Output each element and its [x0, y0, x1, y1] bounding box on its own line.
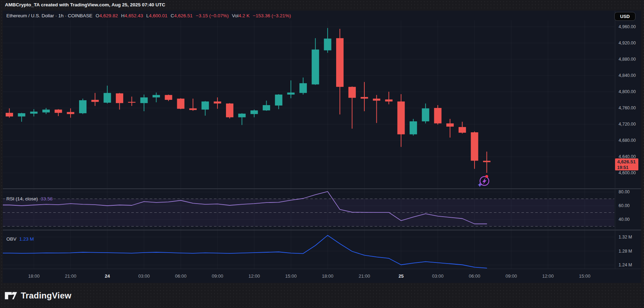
candle-body [202, 102, 209, 110]
pane-separators [3, 11, 641, 269]
candle-body [324, 38, 331, 50]
svg-text:24: 24 [105, 273, 110, 279]
candle-body [140, 97, 148, 103]
candle-body [312, 49, 319, 84]
watermark-title-text: AMBCrypto_TA created with TradingView.co… [5, 2, 165, 7]
candle-body [250, 110, 258, 114]
candle-body [177, 99, 184, 109]
svg-text:4,880.00: 4,880.00 [619, 57, 636, 62]
rsi-axis[interactable]: 80.0060.0040.00 [619, 189, 630, 222]
volume: Vol4.2 K [232, 13, 250, 18]
svg-text:4,920.00: 4,920.00 [619, 41, 636, 46]
symbol-info-bar: Ethereum / U.S. Dollar · 1h · COINBASE O… [6, 13, 291, 18]
candle-body [103, 93, 111, 103]
candlestick-series [6, 28, 490, 173]
svg-text:09:00: 09:00 [212, 273, 223, 279]
candle-body [238, 114, 246, 117]
candle-body [275, 95, 282, 105]
svg-text:03:00: 03:00 [138, 273, 150, 279]
svg-text:12:00: 12:00 [542, 273, 554, 279]
ohlc-open: O4,629.82 [96, 13, 118, 18]
grid-lines [3, 20, 614, 269]
candle-body [422, 108, 429, 121]
svg-text:4,960.00: 4,960.00 [619, 24, 636, 29]
candle-body [153, 95, 160, 97]
obv-pane-label: OBV1.23 M [6, 236, 34, 242]
candle-body [116, 93, 123, 103]
time-axis[interactable]: 18:0021:002403:0006:0009:0012:0015:0018:… [28, 273, 591, 279]
candle-body [410, 121, 417, 134]
svg-text:1.24 M: 1.24 M [619, 262, 632, 267]
obv-line [3, 235, 487, 268]
svg-text:4,680.00: 4,680.00 [619, 138, 636, 143]
svg-text:18:00: 18:00 [322, 273, 334, 279]
candle-body [42, 110, 50, 113]
svg-text:15:00: 15:00 [285, 273, 297, 279]
candle-body [446, 123, 454, 127]
candle-body [165, 95, 172, 100]
currency-toggle-button[interactable]: USD [614, 12, 636, 21]
rsi-band [3, 199, 614, 227]
candle-body [30, 111, 37, 114]
svg-text:19:51: 19:51 [617, 165, 628, 170]
svg-text:4,760.00: 4,760.00 [619, 105, 636, 110]
svg-text:4,600.00: 4,600.00 [619, 170, 636, 175]
symbol-title[interactable]: Ethereum / U.S. Dollar · 1h · COINBASE [6, 13, 93, 18]
svg-text:09:00: 09:00 [506, 273, 517, 279]
candle-body [336, 38, 344, 87]
tradingview-logo-icon [5, 291, 17, 301]
svg-text:06:00: 06:00 [175, 273, 187, 279]
chart-frame: 4,960.004,920.004,880.004,840.004,800.00… [3, 11, 641, 283]
svg-text:RSI (14, close)33.58: RSI (14, close)33.58 [6, 196, 53, 201]
svg-text:21:00: 21:00 [65, 273, 77, 279]
svg-text:1.28 M: 1.28 M [619, 249, 632, 254]
candle-body [67, 112, 74, 114]
candle-body [459, 127, 466, 133]
svg-text:21:00: 21:00 [359, 273, 370, 279]
svg-text:4,720.00: 4,720.00 [619, 122, 636, 127]
svg-text:03:00: 03:00 [432, 273, 444, 279]
candle-body [6, 113, 13, 116]
candle-body [348, 87, 356, 98]
ohlc-close: C4,626.51 [171, 13, 192, 18]
candle-body [299, 83, 307, 93]
price-axis[interactable]: 4,960.004,920.004,880.004,840.004,800.00… [619, 24, 636, 175]
candle-body [373, 99, 380, 101]
tradingview-logo-text[interactable]: TradingView [21, 291, 71, 301]
svg-text:15:00: 15:00 [579, 273, 591, 279]
watermark-title: AMBCrypto_TA created with TradingView.co… [0, 0, 644, 10]
price-change: −3.15 (−0.07%) [196, 13, 229, 18]
ohlc-high: H4,652.43 [121, 13, 143, 18]
svg-text:18:00: 18:00 [28, 273, 40, 279]
candle-body [79, 100, 87, 113]
candle-body [18, 113, 25, 116]
svg-text:12:00: 12:00 [249, 273, 260, 279]
candle-body [483, 161, 490, 162]
candle-body [55, 110, 62, 113]
candle-body [263, 105, 270, 110]
candle-body [128, 102, 136, 103]
svg-text:80.00: 80.00 [619, 189, 630, 194]
candle-body [397, 102, 405, 134]
chart-canvas[interactable]: 4,960.004,920.004,880.004,840.004,800.00… [3, 11, 641, 283]
tradingview-logo-bar: TradingView [0, 283, 644, 308]
svg-text:4,640.00: 4,640.00 [619, 154, 636, 159]
candle-body [91, 100, 99, 102]
volume-change: −153.36 (−3.21%) [253, 13, 291, 18]
svg-text:60.00: 60.00 [619, 203, 630, 208]
svg-text:4,800.00: 4,800.00 [619, 89, 636, 94]
candle-body [214, 102, 221, 104]
svg-text:25: 25 [399, 273, 404, 279]
last-price-badge: 4,626.5119:51 [615, 158, 638, 170]
ohlc-low: L4,600.01 [146, 13, 167, 18]
svg-text:1.32 M: 1.32 M [619, 235, 632, 240]
candle-body [287, 92, 294, 95]
obv-axis[interactable]: 1.32 M1.28 M1.24 M [619, 235, 632, 267]
ai-sparkle-icon [478, 175, 489, 187]
candle-body [226, 103, 233, 117]
svg-text:4,626.51: 4,626.51 [617, 159, 636, 164]
rsi-pane-label: RSI (14, close)33.58 [6, 196, 53, 201]
candle-body [434, 108, 441, 123]
candle-body [471, 132, 478, 161]
candle-body [189, 108, 197, 110]
